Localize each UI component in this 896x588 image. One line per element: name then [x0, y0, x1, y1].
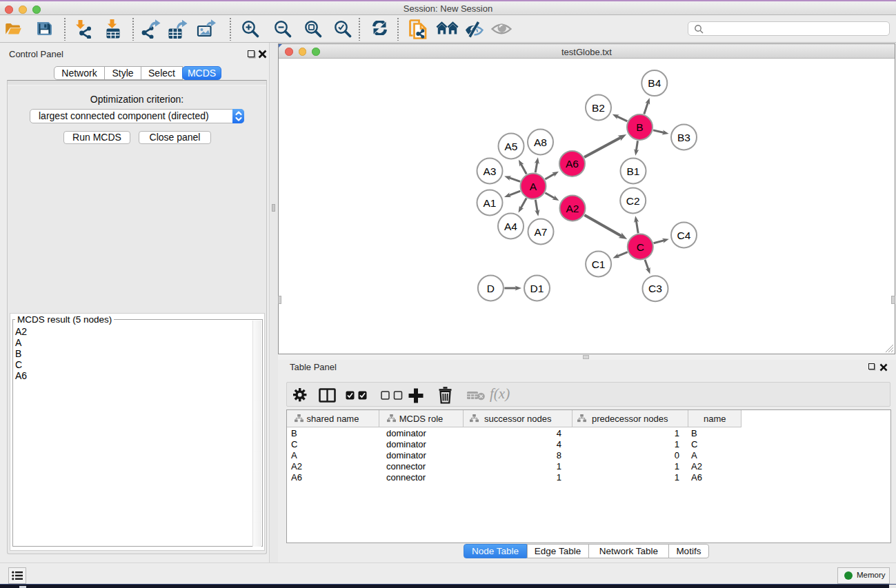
svg-text:A2: A2 [566, 203, 579, 214]
svg-text:B1: B1 [627, 165, 640, 177]
svg-text:A: A [530, 181, 537, 192]
svg-text:A8: A8 [534, 136, 547, 148]
svg-text:C2: C2 [626, 195, 640, 207]
svg-text:C3: C3 [648, 283, 662, 294]
svg-text:C4: C4 [677, 230, 691, 241]
svg-text:B2: B2 [592, 102, 605, 114]
svg-text:A4: A4 [504, 221, 517, 232]
svg-text:A6: A6 [566, 158, 579, 170]
svg-text:C: C [637, 241, 644, 253]
svg-text:A7: A7 [535, 226, 548, 238]
svg-text:C1: C1 [592, 258, 606, 270]
svg-text:A1: A1 [484, 197, 497, 209]
svg-text:A5: A5 [505, 141, 518, 152]
svg-text:A3: A3 [484, 165, 497, 177]
svg-text:B3: B3 [677, 132, 690, 143]
svg-text:D: D [487, 283, 495, 294]
svg-text:D1: D1 [530, 283, 544, 294]
svg-text:B4: B4 [648, 77, 661, 89]
svg-text:B: B [636, 121, 643, 133]
